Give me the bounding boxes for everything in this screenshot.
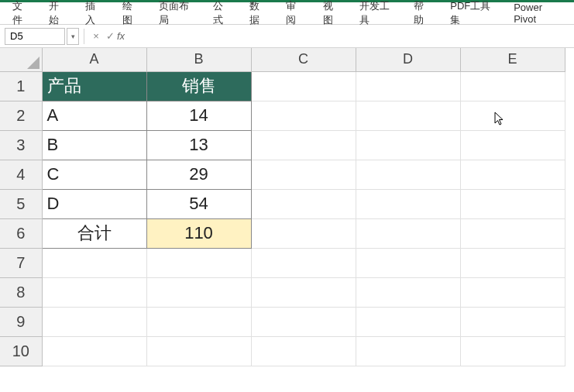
col-header-A[interactable]: A: [42, 48, 146, 71]
row-header-5[interactable]: 5: [0, 189, 42, 218]
cell-E10[interactable]: [460, 336, 565, 366]
cancel-formula-button[interactable]: ×: [89, 29, 103, 44]
row-header-2[interactable]: 2: [0, 101, 42, 130]
row-header-3[interactable]: 3: [0, 130, 42, 160]
ribbon-tab-6[interactable]: 数据: [240, 0, 277, 30]
ribbon-tab-9[interactable]: 开发工具: [350, 0, 404, 30]
separator: [84, 29, 84, 44]
fx-icon[interactable]: fx: [117, 30, 125, 42]
row-header-6[interactable]: 6: [0, 218, 42, 248]
select-all-corner[interactable]: [0, 48, 42, 71]
col-header-C[interactable]: C: [251, 48, 356, 71]
cell-C6[interactable]: [251, 218, 356, 248]
row-header-8[interactable]: 8: [0, 277, 42, 307]
name-box[interactable]: D5: [5, 28, 65, 45]
cell-A9[interactable]: [42, 307, 146, 336]
ribbon-tab-2[interactable]: 插入: [76, 0, 112, 30]
cell-A1[interactable]: 产品: [42, 71, 146, 101]
cell-B2[interactable]: 14: [146, 101, 251, 130]
cell-D1[interactable]: [356, 71, 460, 101]
row-header-9[interactable]: 9: [0, 307, 42, 336]
row-header-10[interactable]: 10: [0, 336, 42, 366]
ribbon-tab-1[interactable]: 开始: [40, 0, 76, 30]
col-header-E[interactable]: E: [460, 48, 565, 71]
row-header-4[interactable]: 4: [0, 160, 42, 189]
cell-C9[interactable]: [251, 307, 356, 336]
cell-A3[interactable]: B: [42, 130, 146, 160]
cell-C7[interactable]: [251, 248, 356, 277]
cell-B5[interactable]: 54: [146, 189, 251, 218]
ribbon-tabs: 文件开始插入绘图页面布局公式数据审阅视图开发工具帮助PDF工具集Power Pi…: [0, 0, 574, 25]
cell-D10[interactable]: [356, 336, 460, 366]
cell-C1[interactable]: [251, 71, 356, 101]
confirm-formula-button[interactable]: ✓: [103, 29, 117, 44]
cell-C2[interactable]: [251, 101, 356, 130]
ribbon-tab-0[interactable]: 文件: [3, 0, 40, 30]
cell-A2[interactable]: A: [42, 101, 146, 130]
spreadsheet-grid: ABCDE1产品销售2A143B134C295D546合计11078910: [0, 48, 574, 366]
cell-D8[interactable]: [356, 277, 460, 307]
cell-C8[interactable]: [251, 277, 356, 307]
ribbon-tab-7[interactable]: 审阅: [277, 0, 313, 30]
ribbon-tab-4[interactable]: 页面布局: [150, 0, 204, 30]
cell-A8[interactable]: [42, 277, 146, 307]
cell-E1[interactable]: [460, 71, 565, 101]
cell-E4[interactable]: [460, 160, 565, 189]
row-header-1[interactable]: 1: [0, 71, 42, 101]
ribbon-tab-3[interactable]: 绘图: [113, 0, 150, 30]
cell-E6[interactable]: [460, 218, 565, 248]
cell-B7[interactable]: [146, 248, 251, 277]
cell-A5[interactable]: D: [42, 189, 146, 218]
name-box-dropdown[interactable]: ▾: [67, 28, 79, 45]
ribbon-tab-5[interactable]: 公式: [204, 0, 240, 30]
cell-C3[interactable]: [251, 130, 356, 160]
cell-C10[interactable]: [251, 336, 356, 366]
cell-E7[interactable]: [460, 248, 565, 277]
cell-D2[interactable]: [356, 101, 460, 130]
cell-B1[interactable]: 销售: [146, 71, 251, 101]
cell-A4[interactable]: C: [42, 160, 146, 189]
cell-A10[interactable]: [42, 336, 146, 366]
formula-input[interactable]: [128, 28, 569, 45]
cell-E5[interactable]: [460, 189, 565, 218]
ribbon-tab-10[interactable]: 帮助: [404, 0, 441, 30]
cell-D9[interactable]: [356, 307, 460, 336]
cell-D6[interactable]: [356, 218, 460, 248]
col-header-D[interactable]: D: [356, 48, 460, 71]
cell-D3[interactable]: [356, 130, 460, 160]
cell-D5[interactable]: [356, 189, 460, 218]
cell-E2[interactable]: [460, 101, 565, 130]
cell-B9[interactable]: [146, 307, 251, 336]
cell-E9[interactable]: [460, 307, 565, 336]
cell-B10[interactable]: [146, 336, 251, 366]
cell-D7[interactable]: [356, 248, 460, 277]
ribbon-tab-12[interactable]: Power Pivot: [504, 0, 571, 28]
cell-B4[interactable]: 29: [146, 160, 251, 189]
cell-B3[interactable]: 13: [146, 130, 251, 160]
cell-C5[interactable]: [251, 189, 356, 218]
cell-B6[interactable]: 110: [146, 218, 251, 248]
cell-B8[interactable]: [146, 277, 251, 307]
ribbon-tab-11[interactable]: PDF工具集: [441, 0, 504, 30]
cell-E3[interactable]: [460, 130, 565, 160]
cell-A6[interactable]: 合计: [42, 218, 146, 248]
cell-A7[interactable]: [42, 248, 146, 277]
ribbon-tab-8[interactable]: 视图: [314, 0, 350, 30]
row-header-7[interactable]: 7: [0, 248, 42, 277]
cell-C4[interactable]: [251, 160, 356, 189]
cell-D4[interactable]: [356, 160, 460, 189]
cell-E8[interactable]: [460, 277, 565, 307]
col-header-B[interactable]: B: [146, 48, 251, 71]
